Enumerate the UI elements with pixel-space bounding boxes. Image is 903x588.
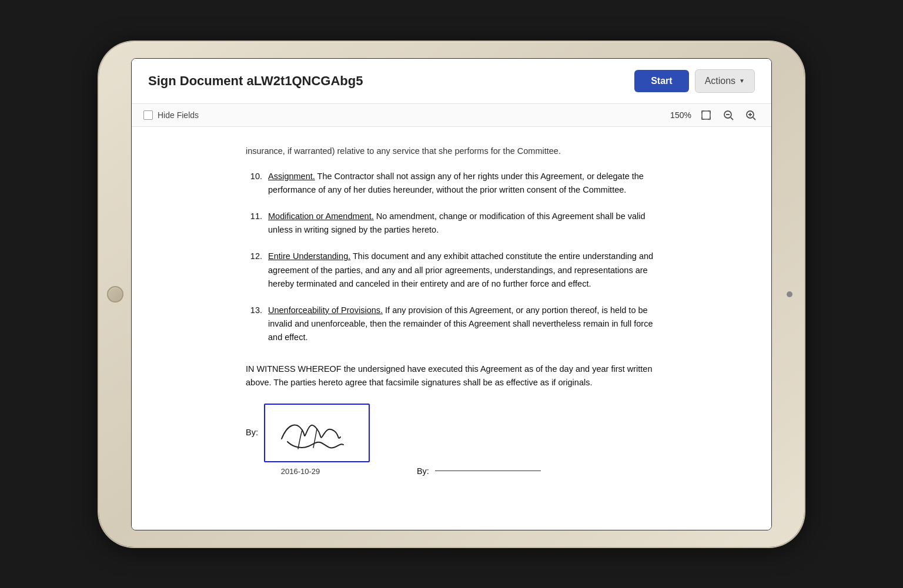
signature-date: 2016-10-29 [246, 466, 355, 478]
clause-10-text: The Contractor shall not assign any of h… [268, 172, 644, 194]
tablet-frame: Sign Document aLW2t1QNCGAbg5 Start Actio… [99, 42, 804, 547]
document-area: insurance, if warranted) relative to any… [132, 127, 771, 530]
signature-image [270, 406, 364, 459]
document-content: insurance, if warranted) relative to any… [246, 145, 657, 478]
signature-block-1: By: 2016-10-29 [246, 404, 370, 478]
header-buttons: Start Actions ▼ [634, 69, 755, 93]
zoom-level: 150% [669, 110, 693, 120]
clause-10: 10. Assignment. The Contractor shall not… [246, 170, 657, 197]
by-label-1: By: [246, 426, 258, 439]
signature-line-row-1: By: [246, 404, 370, 462]
clause-11-number: 11. [246, 210, 262, 237]
witness-text: IN WITNESS WHEREOF the undersigned have … [246, 362, 657, 389]
truncated-text: insurance, if warranted) relative to any… [246, 145, 657, 158]
signatures-row: By: 2016-10-29 [246, 404, 657, 478]
toolbar: Hide Fields 150% [132, 104, 771, 127]
clause-12: 12. Entire Understanding. This document … [246, 250, 657, 291]
clause-11: 11. Modification or Amendment. No amendm… [246, 210, 657, 237]
clause-10-title: Assignment. [268, 172, 315, 181]
zoom-out-button[interactable] [720, 109, 737, 122]
clause-13: 13. Unenforceability of Provisions. If a… [246, 304, 657, 345]
header: Sign Document aLW2t1QNCGAbg5 Start Actio… [132, 59, 771, 104]
side-button [787, 291, 792, 297]
actions-button[interactable]: Actions ▼ [695, 69, 755, 93]
clause-13-number: 13. [246, 304, 262, 345]
clause-11-title: Modification or Amendment. [268, 211, 374, 221]
hide-fields-label: Hide Fields [158, 110, 199, 120]
hide-fields-checkbox[interactable] [143, 110, 153, 120]
svg-line-5 [753, 117, 755, 120]
expand-button[interactable] [697, 109, 715, 122]
by-label-2: By: [417, 465, 429, 478]
clause-11-body: Modification or Amendment. No amendment,… [268, 210, 657, 237]
start-button[interactable]: Start [634, 70, 688, 92]
clause-10-body: Assignment. The Contractor shall not ass… [268, 170, 657, 197]
clause-13-body: Unenforceability of Provisions. If any p… [268, 304, 657, 345]
clause-12-title: Entire Understanding. [268, 251, 350, 261]
clause-10-number: 10. [246, 170, 262, 197]
hide-fields-container: Hide Fields [143, 110, 199, 120]
tablet-screen: Sign Document aLW2t1QNCGAbg5 Start Actio… [131, 58, 772, 530]
clause-12-number: 12. [246, 250, 262, 291]
signature-section: IN WITNESS WHEREOF the undersigned have … [246, 362, 657, 478]
zoom-controls: 150% [669, 109, 760, 122]
svg-rect-0 [702, 111, 710, 119]
signature-line-row-2: By: [417, 465, 541, 478]
clause-13-title: Unenforceability of Provisions. [268, 305, 383, 315]
home-button[interactable] [107, 286, 123, 303]
chevron-down-icon: ▼ [739, 78, 745, 84]
page-title: Sign Document aLW2t1QNCGAbg5 [148, 73, 363, 89]
signature-box-1[interactable] [264, 404, 370, 462]
svg-line-2 [731, 117, 733, 120]
actions-label: Actions [705, 76, 735, 86]
clause-12-body: Entire Understanding. This document and … [268, 250, 657, 291]
signature-block-2: By: [417, 465, 541, 478]
zoom-in-button[interactable] [742, 109, 760, 122]
signature-line-blank [435, 471, 541, 471]
